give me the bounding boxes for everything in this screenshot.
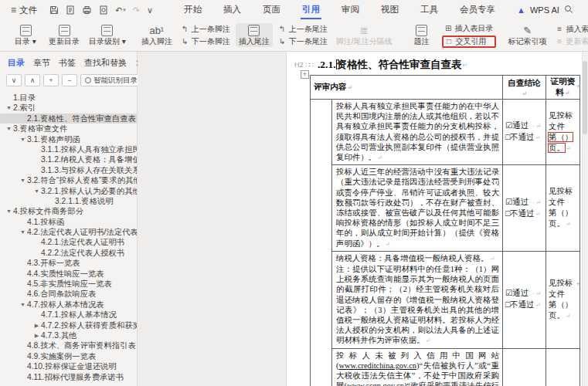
outline-nav-button[interactable]: + <box>43 74 59 86</box>
side-cell-qualification-review[interactable]: 资格审查。 <box>311 100 332 386</box>
ribbon-tab[interactable]: 开始 <box>173 0 212 20</box>
outline-item[interactable]: 4.3.开标一览表 <box>0 258 137 268</box>
review-content-cell[interactable]: 纳税人资格：具备增值税一般纳税人资格。↵注：提供以下证明材料中的任意1种：（1）… <box>332 251 503 348</box>
self-check-table[interactable]: 评审内容↵自查结论↵证明资料↵资格审查。投标人具有独立承担民事责任能力的在中华人… <box>310 75 580 386</box>
outline-item[interactable]: 4.1.投标函 <box>0 217 137 227</box>
outline-item[interactable]: ▼3.2.1.投标人认为必要的其他材料 <box>0 186 137 196</box>
next-endnote-button[interactable]: ↳下一条尾注 <box>276 36 330 47</box>
cross-reference-button[interactable]: □交叉引用 <box>442 36 496 48</box>
outline-item[interactable]: 4.4.实质性响应一览表 <box>0 269 137 279</box>
outline-nav-button[interactable]: ∧ <box>25 74 40 86</box>
ribbon-tab[interactable]: 引用 <box>291 0 331 20</box>
outline-item[interactable]: ▼3.1.资格声明函 <box>0 134 137 144</box>
review-content-cell[interactable]: 投标人未被列入信用中国网站(www.creditchina.gov.cn)“失信… <box>332 348 503 386</box>
outline-item[interactable]: 4.10.投标保证金退还说明 <box>0 361 137 371</box>
col-header-evidence[interactable]: 证明资料↵ <box>546 76 580 100</box>
wps-ai-label[interactable]: WPS AI <box>530 5 559 15</box>
outline-nav-button[interactable]: ∨ <box>6 74 22 86</box>
chevron-down-icon[interactable]: ▼ <box>19 300 27 310</box>
outline-item[interactable]: ▼4.7.投标人基本情况表 <box>0 300 137 310</box>
sidebar-tab[interactable]: 书签 <box>59 57 76 69</box>
outline-item[interactable]: 4.6.合同条款响应表 <box>0 289 137 299</box>
drag-handle-icon[interactable]: ∷∷ <box>306 61 313 69</box>
chevron-down-icon[interactable]: ▼ <box>19 227 27 237</box>
row-insert-handle[interactable]: + <box>576 280 580 288</box>
scrollbar-thumb[interactable] <box>583 61 587 134</box>
outline-item[interactable]: 3.1.2.纳税人资格：具备增值税一般纳税人... <box>0 154 137 164</box>
outline-item[interactable]: 4.8.技术、商务评审资料指引表（投标人可根 ... <box>0 340 137 350</box>
print-preview-button[interactable] <box>99 5 108 15</box>
caption-button[interactable]: 题注 <box>405 23 439 47</box>
toc-level-button[interactable]: 目录级别 ▾ <box>86 23 129 47</box>
toc-button[interactable]: 目录 ▾ <box>8 23 42 47</box>
update-toc-button[interactable]: 更新目录 <box>46 23 83 47</box>
chevron-down-icon[interactable]: ▼ <box>19 134 27 144</box>
chevron-down-icon[interactable]: ▼ <box>5 206 13 216</box>
insert-footnote-button[interactable]: ab¹ 插入脚注 <box>138 24 175 47</box>
sidebar-tab[interactable]: 查找和替换 <box>84 57 127 69</box>
outline-item[interactable]: ▼2.索引 <box>0 103 137 113</box>
outline-item[interactable]: 1.目录 <box>0 93 137 103</box>
outline-item[interactable]: ▼4.投标文件商务部分 <box>0 206 137 216</box>
chevron-down-icon[interactable]: ▼ <box>5 124 13 134</box>
outline-item[interactable]: 4.5.非实质性响应一览表 <box>0 279 137 289</box>
evidence-cell[interactable]: 见投标文件第（）页。↵ <box>546 165 580 252</box>
update-index-button[interactable]: ≡更新索引 <box>553 36 588 47</box>
review-content-cell[interactable]: 投标人具有独立承担民事责任能力的在中华人民共和国境内注册的法人或其他组织，若以不… <box>332 100 503 165</box>
separator-line-button[interactable]: ≣ 脚注/尾注分隔线 <box>333 24 396 47</box>
vertical-scrollbar[interactable] <box>582 52 588 386</box>
prev-footnote-button[interactable]: ↰上一条脚注 <box>178 24 233 35</box>
outline-item[interactable]: 4.2.2.法定代表人授权书 <box>0 248 137 258</box>
next-footnote-button[interactable]: ↳下一条脚注 <box>178 36 233 47</box>
more-commands-button[interactable]: ∨ <box>147 5 153 15</box>
mark-index-button[interactable]: ✎ 标记索引项 <box>505 24 550 47</box>
col-header-self-check[interactable]: 自查结论↵ <box>503 76 546 100</box>
document-page[interactable]: H2 ∷∷ .2.1.资格性、符合性审查自查表 ↵ • + 评审内容↵自查结论↵… <box>287 52 588 386</box>
outline-item[interactable]: 3.1.1.投标人具有独立承担民事责任能力的... <box>0 144 137 154</box>
outline-item[interactable]: ▼3.2.符合“投标人资格”要求的其他证明文件 <box>0 175 137 185</box>
outline-item[interactable]: 3.1.3.与投标人存在关联关系的单位名称说... <box>0 165 137 175</box>
insert-endnote-button[interactable]: 插入尾注 <box>236 23 273 47</box>
outline-item[interactable]: 4.9.实施案例一览表 <box>0 351 137 361</box>
insert-index-button[interactable]: ≡插入索引 <box>553 24 588 35</box>
outline-item[interactable]: ▼4.2.法定代表人证明书/法定代表人授权书 <box>0 227 137 237</box>
section-heading[interactable]: .2.1.资格性、符合性审查自查表 <box>318 58 462 72</box>
self-check-cell[interactable]: ☑通过··↵□不通过↵ <box>503 348 546 386</box>
insert-table-toc-button[interactable]: ⊞插入表目录 <box>442 23 496 34</box>
smart-recognize-toc-button[interactable]: 智能识别目录 <box>80 74 142 86</box>
heading-line[interactable]: H2 ∷∷ .2.1.资格性、符合性审查自查表 ↵ <box>294 58 467 72</box>
outline-item[interactable]: 3.2.1.1.资格说明 <box>0 196 137 206</box>
chevron-right-icon[interactable]: ▶ <box>32 330 41 340</box>
col-header-review-content[interactable]: 评审内容↵ <box>311 76 503 100</box>
file-menu-button[interactable]: ≡ 文件 <box>6 3 42 18</box>
ribbon-tab[interactable]: 页面 <box>252 0 291 20</box>
evidence-cell[interactable]: 见投标文件第（）页。↵ <box>546 251 580 348</box>
ribbon-tab[interactable]: 工具 <box>410 0 449 20</box>
chevron-right-icon[interactable]: ▶ <box>32 320 41 330</box>
outline-item[interactable]: 4.2.1.法定代表人证明书 <box>0 237 137 247</box>
outline-item[interactable]: 4.11.招标代理服务费承诺书 <box>0 372 137 382</box>
ribbon-tab[interactable]: 审阅 <box>331 0 370 20</box>
chevron-down-icon[interactable]: ▼ <box>19 175 27 185</box>
self-check-cell[interactable]: ☑通过··↵□不通过↵ <box>503 165 546 252</box>
print-button[interactable] <box>82 5 92 15</box>
undo-button[interactable]: ↶▾ <box>115 5 126 15</box>
undo-caret-icon[interactable]: ▾ <box>123 7 126 13</box>
outline-item-selected[interactable]: 2.1.资格性、符合性审查自查表 <box>0 113 137 124</box>
outline-item[interactable]: ▶4.7.3.其他 <box>0 330 137 340</box>
outline-nav-button[interactable]: − <box>62 74 77 86</box>
export-pdf-button[interactable] <box>66 5 75 15</box>
sidebar-tab[interactable]: 目录 <box>8 57 25 69</box>
self-check-cell[interactable]: ☑通过··↵□不通过↵ <box>503 100 546 165</box>
prev-endnote-button[interactable]: ↰上一条尾注 <box>276 24 330 35</box>
self-check-cell[interactable]: ☑通过··↵□不通过↵ <box>503 251 546 348</box>
outline-item[interactable]: ▼3.资格审查文件 <box>0 124 137 134</box>
chevron-down-icon[interactable]: ▼ <box>5 103 13 113</box>
ribbon-tab[interactable]: 插入 <box>212 0 252 20</box>
redo-button[interactable]: ↷ <box>133 5 140 15</box>
evidence-cell[interactable]: 见投标文件第（）页。↵ <box>546 348 580 386</box>
search-icon[interactable] <box>564 3 573 17</box>
table-move-handle-icon[interactable]: + <box>301 70 309 79</box>
outline-item[interactable]: 4.7.1.投标人基本情况 <box>0 310 137 320</box>
outline-item[interactable]: ▶4.7.2.投标人获得资质和获奖证明文件 <box>0 320 137 330</box>
